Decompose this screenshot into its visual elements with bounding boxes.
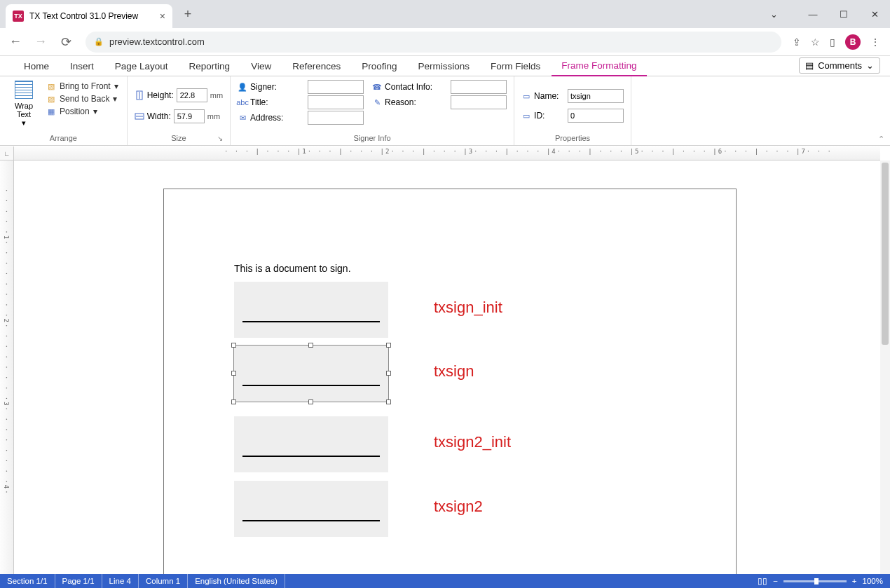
resize-handle-sw[interactable]	[231, 399, 236, 404]
document-viewport[interactable]: This is a document to sign. txsign_init …	[14, 160, 890, 574]
comments-button[interactable]: ▤ Comments ⌄	[799, 57, 880, 74]
forward-button[interactable]: →	[32, 34, 49, 49]
chevron-down-icon: ▾	[113, 94, 117, 104]
address-icon: ✉	[238, 113, 247, 123]
tab-reporting[interactable]: Reporting	[179, 57, 240, 76]
address-bar[interactable]: 🔒 preview.textcontrol.com	[85, 32, 781, 53]
document-page[interactable]: This is a document to sign. txsign_init …	[163, 189, 737, 574]
comments-label: Comments	[818, 60, 862, 71]
zoom-level[interactable]: 100%	[863, 577, 883, 585]
zoom-slider[interactable]	[783, 580, 847, 582]
tab-proofing[interactable]: Proofing	[352, 57, 406, 76]
chevron-down-icon: ▾	[7, 118, 41, 128]
close-icon[interactable]: ×	[160, 11, 165, 22]
ribbon: Wrap Text ▾ ▧ Bring to Front ▾ ▨ Send to…	[0, 76, 890, 146]
id-input[interactable]	[568, 109, 624, 123]
width-icon	[135, 111, 144, 121]
contact-input[interactable]	[451, 80, 507, 94]
tab-frame-formatting[interactable]: Frame Formatting	[552, 56, 646, 76]
signature-field-3[interactable]	[234, 416, 388, 472]
title-input[interactable]	[308, 95, 364, 109]
collapse-ribbon-icon[interactable]: ⌃	[878, 135, 884, 144]
position-label: Position	[60, 107, 90, 116]
bookmark-icon[interactable]: ☆	[811, 36, 820, 48]
ribbon-group-arrange: Wrap Text ▾ ▧ Bring to Front ▾ ▨ Send to…	[0, 76, 128, 145]
share-icon[interactable]: ⇪	[793, 36, 801, 48]
bring-to-front-button[interactable]: ▧ Bring to Front ▾	[45, 81, 120, 92]
horizontal-ruler[interactable]: · · · | · · · |1· · · | · · · |2· · · | …	[14, 146, 880, 160]
signer-input[interactable]	[308, 80, 364, 94]
minimize-button[interactable]: —	[797, 9, 828, 20]
zoom-slider-thumb[interactable]	[814, 578, 819, 584]
zoom-in-button[interactable]: +	[852, 577, 857, 585]
tab-title: TX Text Control 31.0 Preview	[29, 11, 154, 21]
comment-icon: ▤	[805, 60, 814, 71]
document-body-text[interactable]: This is a document to sign.	[234, 263, 351, 274]
name-label: Name:	[534, 91, 565, 101]
zoom-out-button[interactable]: −	[773, 577, 778, 585]
scrollbar-thumb[interactable]	[882, 163, 889, 345]
reason-input[interactable]	[451, 95, 507, 109]
status-column[interactable]: Column 1	[139, 574, 188, 588]
vertical-scrollbar[interactable]	[880, 160, 890, 574]
status-line[interactable]: Line 4	[102, 574, 139, 588]
height-input[interactable]	[177, 88, 207, 102]
wrap-text-button[interactable]: Wrap Text ▾	[7, 79, 41, 132]
tab-page-layout[interactable]: Page Layout	[105, 57, 178, 76]
chevron-down-icon[interactable]: ⌄	[758, 9, 789, 20]
signature-label-1: txsign_init	[434, 299, 502, 317]
signature-field-1[interactable]	[234, 282, 388, 338]
address-input[interactable]	[308, 111, 364, 125]
resize-handle-nw[interactable]	[231, 343, 236, 348]
back-button[interactable]: ←	[7, 34, 24, 49]
ribbon-group-size: Height: mm Width: mm Size↘	[128, 76, 231, 145]
maximize-button[interactable]: ☐	[828, 9, 859, 20]
position-button[interactable]: ▦ Position ▾	[45, 106, 120, 117]
size-launcher[interactable]: ↘	[217, 135, 223, 142]
lock-icon: 🔒	[94, 37, 104, 46]
status-section[interactable]: Section 1/1	[0, 574, 55, 588]
wrap-text-icon	[15, 81, 33, 99]
ribbon-group-signer-info: 👤Signer: abcTitle: ✉Address: ☎Contact In…	[231, 76, 514, 145]
avatar[interactable]: B	[845, 34, 861, 50]
bring-to-front-icon: ▧	[46, 81, 56, 91]
signature-field-4[interactable]	[234, 481, 388, 537]
resize-handle-e[interactable]	[386, 371, 391, 376]
resize-handle-ne[interactable]	[386, 343, 391, 348]
name-input[interactable]	[568, 89, 624, 103]
new-tab-button[interactable]: +	[178, 4, 198, 24]
resize-handle-w[interactable]	[231, 371, 236, 376]
close-window-button[interactable]: ✕	[859, 9, 890, 20]
signature-label-4: txsign2	[434, 498, 483, 516]
browser-tab[interactable]: TX TX Text Control 31.0 Preview ×	[6, 4, 172, 28]
width-label: Width:	[147, 111, 171, 121]
send-to-back-button[interactable]: ▨ Send to Back ▾	[45, 93, 120, 104]
resize-handle-se[interactable]	[386, 399, 391, 404]
selection-frame[interactable]	[233, 345, 389, 402]
menu-icon[interactable]: ⋮	[870, 36, 880, 48]
tab-permissions[interactable]: Permissions	[409, 57, 480, 76]
height-icon	[135, 90, 144, 100]
resize-handle-n[interactable]	[308, 343, 313, 348]
view-mode-icon[interactable]: ▯▯	[758, 576, 767, 586]
tab-view[interactable]: View	[241, 57, 281, 76]
resize-handle-s[interactable]	[308, 399, 313, 404]
vertical-ruler[interactable]: · · · · ·1· · · · · · · ·2· · · · · · · …	[0, 160, 14, 574]
tab-home[interactable]: Home	[14, 57, 59, 76]
status-page[interactable]: Page 1/1	[55, 574, 102, 588]
signer-label: Signer:	[250, 82, 305, 92]
side-panel-icon[interactable]: ▯	[830, 36, 835, 48]
ribbon-tabs: Home Insert Page Layout Reporting View R…	[0, 56, 890, 76]
contact-icon: ☎	[372, 82, 382, 92]
chevron-down-icon: ▾	[93, 107, 97, 116]
contact-label: Contact Info:	[385, 82, 448, 92]
ruler-corner: ∟	[0, 146, 14, 160]
group-label-properties: Properties	[521, 132, 624, 144]
width-input[interactable]	[174, 109, 205, 123]
tab-insert[interactable]: Insert	[60, 57, 104, 76]
tab-form-fields[interactable]: Form Fields	[481, 57, 550, 76]
reload-button[interactable]: ⟳	[57, 34, 74, 50]
status-language[interactable]: English (United States)	[188, 574, 285, 588]
tab-references[interactable]: References	[282, 57, 350, 76]
title-label: Title:	[250, 97, 305, 107]
